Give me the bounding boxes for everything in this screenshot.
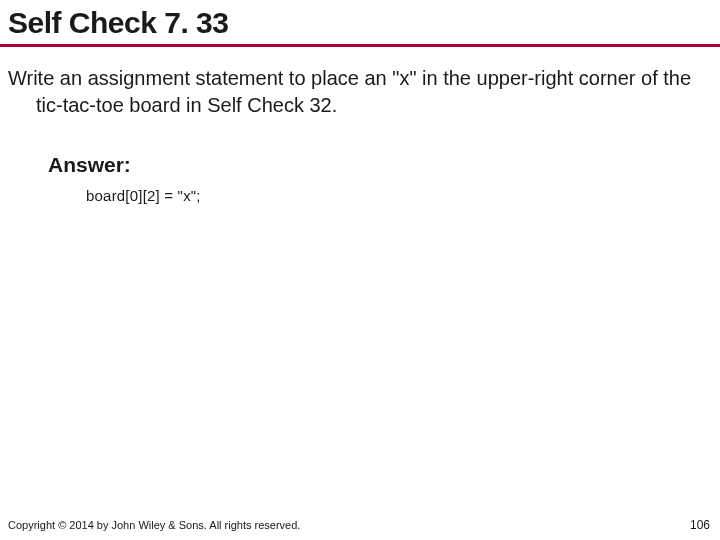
- page-number: 106: [690, 518, 710, 532]
- question-content: Write an assignment statement to place a…: [8, 65, 708, 119]
- question-text: Write an assignment statement to place a…: [0, 47, 720, 119]
- page-title: Self Check 7. 33: [0, 0, 720, 44]
- answer-label: Answer:: [0, 119, 720, 177]
- copyright-text: Copyright © 2014 by John Wiley & Sons. A…: [8, 519, 300, 531]
- answer-code: board[0][2] = "x";: [0, 177, 720, 204]
- footer: Copyright © 2014 by John Wiley & Sons. A…: [8, 518, 710, 532]
